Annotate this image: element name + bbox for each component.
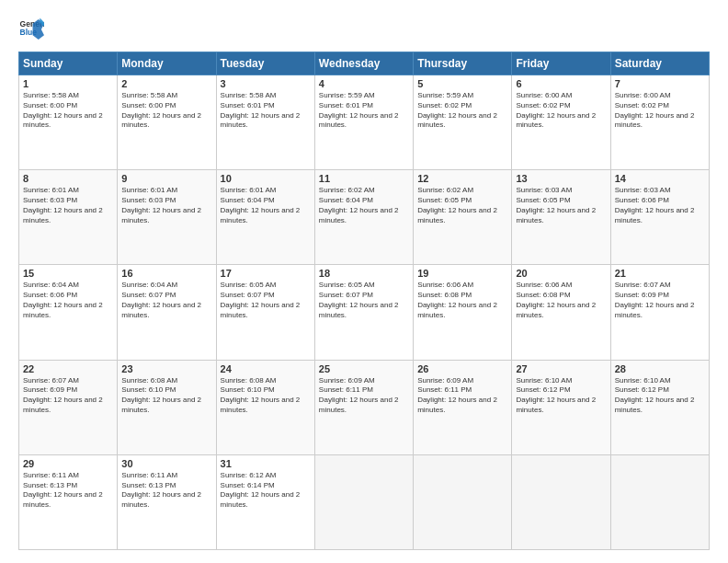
- logo: General Blue: [18, 17, 48, 42]
- day-info: Sunrise: 5:59 AMSunset: 6:01 PMDaylight:…: [319, 91, 409, 131]
- day-number: 7: [615, 78, 705, 89]
- day-cell: 12 Sunrise: 6:02 AMSunset: 6:05 PMDaylig…: [414, 170, 512, 265]
- day-info: Sunrise: 6:11 AMSunset: 6:13 PMDaylight:…: [121, 471, 211, 511]
- day-number: 18: [319, 268, 409, 279]
- day-cell: 2 Sunrise: 5:58 AMSunset: 6:00 PMDayligh…: [118, 75, 216, 170]
- week-row-5: 29 Sunrise: 6:11 AMSunset: 6:13 PMDaylig…: [19, 454, 710, 549]
- day-number: 26: [417, 363, 507, 374]
- day-number: 14: [615, 173, 705, 184]
- weekday-wednesday: Wednesday: [314, 52, 413, 75]
- day-number: 13: [516, 173, 606, 184]
- weekday-monday: Monday: [118, 52, 216, 75]
- day-cell: 18 Sunrise: 6:05 AMSunset: 6:07 PMDaylig…: [314, 265, 413, 360]
- day-cell: 14 Sunrise: 6:03 AMSunset: 6:06 PMDaylig…: [610, 170, 709, 265]
- day-cell: [512, 454, 610, 549]
- day-info: Sunrise: 6:00 AMSunset: 6:02 PMDaylight:…: [516, 91, 606, 131]
- day-cell: 27 Sunrise: 6:10 AMSunset: 6:12 PMDaylig…: [512, 360, 610, 454]
- day-info: Sunrise: 6:06 AMSunset: 6:08 PMDaylight:…: [516, 281, 606, 320]
- day-cell: 1 Sunrise: 5:58 AMSunset: 6:00 PMDayligh…: [19, 75, 118, 170]
- day-cell: 26 Sunrise: 6:09 AMSunset: 6:11 PMDaylig…: [414, 360, 512, 454]
- day-cell: 8 Sunrise: 6:01 AMSunset: 6:03 PMDayligh…: [19, 170, 118, 265]
- day-cell: 16 Sunrise: 6:04 AMSunset: 6:07 PMDaylig…: [118, 265, 216, 360]
- day-info: Sunrise: 6:03 AMSunset: 6:06 PMDaylight:…: [615, 186, 705, 225]
- day-info: Sunrise: 6:09 AMSunset: 6:11 PMDaylight:…: [319, 376, 409, 416]
- day-info: Sunrise: 6:07 AMSunset: 6:09 PMDaylight:…: [23, 376, 113, 416]
- day-number: 16: [121, 268, 211, 279]
- day-info: Sunrise: 6:01 AMSunset: 6:03 PMDaylight:…: [121, 186, 211, 225]
- day-number: 24: [221, 363, 311, 374]
- day-cell: 7 Sunrise: 6:00 AMSunset: 6:02 PMDayligh…: [610, 75, 709, 170]
- calendar-table: SundayMondayTuesdayWednesdayThursdayFrid…: [18, 52, 710, 550]
- day-info: Sunrise: 6:09 AMSunset: 6:11 PMDaylight:…: [417, 376, 507, 416]
- day-number: 2: [121, 78, 211, 89]
- day-number: 19: [417, 268, 507, 279]
- day-number: 29: [23, 458, 113, 469]
- day-number: 9: [121, 173, 211, 184]
- day-info: Sunrise: 6:07 AMSunset: 6:09 PMDaylight:…: [615, 281, 705, 320]
- day-cell: [610, 454, 709, 549]
- day-number: 8: [23, 173, 113, 184]
- day-info: Sunrise: 6:00 AMSunset: 6:02 PMDaylight:…: [615, 91, 705, 131]
- weekday-friday: Friday: [512, 52, 610, 75]
- day-info: Sunrise: 5:59 AMSunset: 6:02 PMDaylight:…: [417, 91, 507, 131]
- day-info: Sunrise: 6:05 AMSunset: 6:07 PMDaylight:…: [221, 281, 311, 320]
- day-cell: 11 Sunrise: 6:02 AMSunset: 6:04 PMDaylig…: [314, 170, 413, 265]
- day-info: Sunrise: 6:01 AMSunset: 6:04 PMDaylight:…: [221, 186, 311, 225]
- day-cell: 19 Sunrise: 6:06 AMSunset: 6:08 PMDaylig…: [414, 265, 512, 360]
- day-cell: 29 Sunrise: 6:11 AMSunset: 6:13 PMDaylig…: [19, 454, 118, 549]
- day-info: Sunrise: 6:04 AMSunset: 6:07 PMDaylight:…: [121, 281, 211, 320]
- day-number: 28: [615, 363, 705, 374]
- day-cell: 28 Sunrise: 6:10 AMSunset: 6:12 PMDaylig…: [610, 360, 709, 454]
- day-cell: 4 Sunrise: 5:59 AMSunset: 6:01 PMDayligh…: [314, 75, 413, 170]
- day-cell: 13 Sunrise: 6:03 AMSunset: 6:05 PMDaylig…: [512, 170, 610, 265]
- day-cell: 20 Sunrise: 6:06 AMSunset: 6:08 PMDaylig…: [512, 265, 610, 360]
- weekday-tuesday: Tuesday: [216, 52, 314, 75]
- day-number: 31: [221, 458, 311, 469]
- day-cell: 30 Sunrise: 6:11 AMSunset: 6:13 PMDaylig…: [118, 454, 216, 549]
- day-number: 21: [615, 268, 705, 279]
- day-number: 1: [23, 78, 113, 89]
- day-info: Sunrise: 6:10 AMSunset: 6:12 PMDaylight:…: [615, 376, 705, 416]
- day-number: 12: [417, 173, 507, 184]
- day-number: 5: [417, 78, 507, 89]
- day-cell: 5 Sunrise: 5:59 AMSunset: 6:02 PMDayligh…: [414, 75, 512, 170]
- page: General Blue SundayMondayTuesdayWednesda…: [0, 0, 728, 563]
- day-number: 25: [319, 363, 409, 374]
- day-info: Sunrise: 5:58 AMSunset: 6:00 PMDaylight:…: [23, 91, 113, 131]
- day-number: 15: [23, 268, 113, 279]
- week-row-3: 15 Sunrise: 6:04 AMSunset: 6:06 PMDaylig…: [19, 265, 710, 360]
- day-cell: 9 Sunrise: 6:01 AMSunset: 6:03 PMDayligh…: [118, 170, 216, 265]
- day-info: Sunrise: 5:58 AMSunset: 6:00 PMDaylight:…: [121, 91, 211, 131]
- day-number: 23: [121, 363, 211, 374]
- day-info: Sunrise: 6:02 AMSunset: 6:04 PMDaylight:…: [319, 186, 409, 225]
- day-number: 22: [23, 363, 113, 374]
- day-cell: 21 Sunrise: 6:07 AMSunset: 6:09 PMDaylig…: [610, 265, 709, 360]
- day-number: 11: [319, 173, 409, 184]
- weekday-header-row: SundayMondayTuesdayWednesdayThursdayFrid…: [19, 52, 710, 75]
- day-number: 17: [221, 268, 311, 279]
- day-number: 10: [221, 173, 311, 184]
- day-info: Sunrise: 6:11 AMSunset: 6:13 PMDaylight:…: [23, 471, 113, 511]
- day-info: Sunrise: 6:10 AMSunset: 6:12 PMDaylight:…: [516, 376, 606, 416]
- weekday-thursday: Thursday: [414, 52, 512, 75]
- week-row-2: 8 Sunrise: 6:01 AMSunset: 6:03 PMDayligh…: [19, 170, 710, 265]
- day-info: Sunrise: 6:06 AMSunset: 6:08 PMDaylight:…: [417, 281, 507, 320]
- weekday-sunday: Sunday: [19, 52, 118, 75]
- header: General Blue: [18, 17, 710, 42]
- weekday-saturday: Saturday: [610, 52, 709, 75]
- day-cell: 17 Sunrise: 6:05 AMSunset: 6:07 PMDaylig…: [216, 265, 314, 360]
- day-cell: [314, 454, 413, 549]
- day-number: 30: [121, 458, 211, 469]
- day-cell: [414, 454, 512, 549]
- day-cell: 24 Sunrise: 6:08 AMSunset: 6:10 PMDaylig…: [216, 360, 314, 454]
- day-cell: 22 Sunrise: 6:07 AMSunset: 6:09 PMDaylig…: [19, 360, 118, 454]
- day-info: Sunrise: 6:04 AMSunset: 6:06 PMDaylight:…: [23, 281, 113, 320]
- week-row-4: 22 Sunrise: 6:07 AMSunset: 6:09 PMDaylig…: [19, 360, 710, 454]
- day-info: Sunrise: 6:08 AMSunset: 6:10 PMDaylight:…: [121, 376, 211, 416]
- day-number: 3: [221, 78, 311, 89]
- day-number: 27: [516, 363, 606, 374]
- day-info: Sunrise: 6:01 AMSunset: 6:03 PMDaylight:…: [23, 186, 113, 225]
- day-info: Sunrise: 6:12 AMSunset: 6:14 PMDaylight:…: [221, 471, 311, 511]
- day-cell: 10 Sunrise: 6:01 AMSunset: 6:04 PMDaylig…: [216, 170, 314, 265]
- day-number: 4: [319, 78, 409, 89]
